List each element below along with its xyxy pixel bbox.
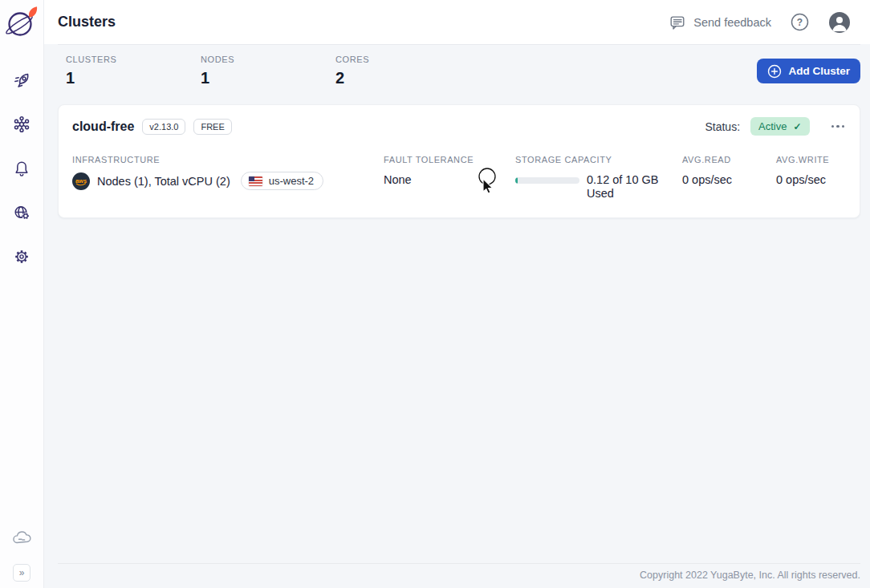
cluster-card-header: cloud-free v2.13.0 FREE Status: Active ✓ <box>72 117 846 136</box>
stat-value: 2 <box>335 69 470 87</box>
stat-label: CORES <box>335 55 470 64</box>
stat-cores: CORES 2 <box>335 55 470 87</box>
status-value: Active <box>758 120 787 132</box>
version-badge: v2.13.0 <box>142 119 185 135</box>
cluster-card[interactable]: cloud-free v2.13.0 FREE Status: Active ✓ <box>58 104 860 218</box>
gear-icon <box>12 247 31 266</box>
storage-usage-text: 0.12 of 10 GB Used <box>587 173 673 200</box>
avg-read-column: AVG.READ 0 ops/sec <box>682 155 776 200</box>
cloud-status-item[interactable] <box>11 530 32 545</box>
infrastructure-column: INFRASTRUCTURE aws Nodes (1), Total vCPU… <box>72 155 384 200</box>
nodes-summary: Nodes (1), Total vCPU (2) <box>97 175 230 188</box>
expand-sidebar-glyph: » <box>19 567 25 578</box>
add-cluster-label: Add Cluster <box>788 65 850 77</box>
svg-text:?: ? <box>797 17 803 28</box>
stat-nodes: NODES 1 <box>201 55 335 87</box>
expand-sidebar-button[interactable]: » <box>13 564 30 582</box>
yugabyte-logo[interactable] <box>4 4 39 43</box>
storage-column: STORAGE CAPACITY 0.12 of 10 GB Used <box>515 155 682 200</box>
avg-write-label: AVG.WRITE <box>776 155 846 164</box>
stats-row: CLUSTERS 1 NODES 1 CORES 2 Add Cluster <box>58 44 860 99</box>
help-icon: ? <box>790 12 810 32</box>
stat-value: 1 <box>66 69 201 87</box>
cluster-card-body: INFRASTRUCTURE aws Nodes (1), Total vCPU… <box>72 155 846 200</box>
avg-read-label: AVG.READ <box>682 155 776 164</box>
cluster-network-icon <box>12 115 31 134</box>
send-feedback-label: Send feedback <box>693 16 771 29</box>
app-root: » Clusters Send feedback <box>0 0 870 588</box>
sidebar-nav <box>12 71 31 266</box>
sidebar-item-alerts[interactable] <box>12 159 31 178</box>
cloud-icon <box>11 530 32 545</box>
globe-admin-icon <box>12 203 31 222</box>
avatar <box>828 11 851 34</box>
avg-write-value: 0 ops/sec <box>776 173 846 186</box>
sidebar-item-settings[interactable] <box>12 247 31 266</box>
fault-tolerance-label: FAULT TOLERANCE <box>384 155 515 164</box>
cluster-menu-button[interactable] <box>830 120 847 133</box>
add-cluster-button[interactable]: Add Cluster <box>757 59 860 83</box>
storage-row: 0.12 of 10 GB Used <box>515 173 682 200</box>
sidebar-item-network[interactable] <box>12 203 31 222</box>
ellipsis-icon <box>831 125 835 128</box>
sidebar-bottom: » <box>11 530 32 582</box>
region-name: us-west-2 <box>269 175 314 187</box>
avg-read-value: 0 ops/sec <box>682 173 776 186</box>
sidebar-item-getting-started[interactable] <box>12 71 31 90</box>
storage-label: STORAGE CAPACITY <box>515 155 682 164</box>
stat-label: NODES <box>201 55 335 64</box>
topbar-right: Send feedback ? <box>669 11 851 34</box>
plus-circle-icon <box>767 64 782 79</box>
fault-tolerance-value: None <box>384 173 515 186</box>
footer: Copyright 2022 YugaByte, Inc. All rights… <box>58 563 860 588</box>
copyright-text: Copyright 2022 YugaByte, Inc. All rights… <box>58 570 860 581</box>
feedback-bubble-icon <box>669 14 686 31</box>
ellipsis-icon <box>842 125 845 128</box>
us-flag-icon <box>249 176 262 186</box>
svg-text:aws: aws <box>75 176 87 184</box>
region-chip: us-west-2 <box>241 172 323 190</box>
rocket-icon <box>12 71 31 90</box>
send-feedback-button[interactable]: Send feedback <box>669 14 771 31</box>
storage-progress-fill <box>515 177 518 184</box>
sidebar-item-clusters[interactable] <box>12 115 31 134</box>
infrastructure-label: INFRASTRUCTURE <box>72 155 384 164</box>
planet-rocket-logo-icon <box>4 4 39 39</box>
check-icon: ✓ <box>793 121 801 132</box>
bell-icon <box>12 159 31 178</box>
help-button[interactable]: ? <box>790 12 810 32</box>
infrastructure-row: aws Nodes (1), Total vCPU (2) us-west-2 <box>72 172 384 190</box>
status-badge: Active ✓ <box>750 117 809 136</box>
content: CLUSTERS 1 NODES 1 CORES 2 Add Cluster <box>44 44 870 588</box>
sidebar: » <box>0 0 44 588</box>
aws-icon: aws <box>72 172 90 190</box>
cluster-name[interactable]: cloud-free <box>72 120 134 134</box>
stat-label: CLUSTERS <box>66 55 201 64</box>
profile-menu-button[interactable] <box>828 11 851 34</box>
storage-progress-bar <box>515 177 579 184</box>
plan-badge: FREE <box>193 119 231 135</box>
fault-tolerance-column: FAULT TOLERANCE None <box>384 155 515 200</box>
stat-value: 1 <box>201 69 335 87</box>
page-title: Clusters <box>58 14 116 30</box>
avg-write-column: AVG.WRITE 0 ops/sec <box>776 155 846 200</box>
stat-clusters: CLUSTERS 1 <box>66 55 201 87</box>
status-group: Status: Active ✓ <box>705 117 846 136</box>
main-area: Clusters Send feedback ? <box>44 0 870 588</box>
topbar: Clusters Send feedback ? <box>44 0 870 44</box>
status-label: Status: <box>705 120 740 133</box>
ellipsis-icon <box>836 125 840 128</box>
